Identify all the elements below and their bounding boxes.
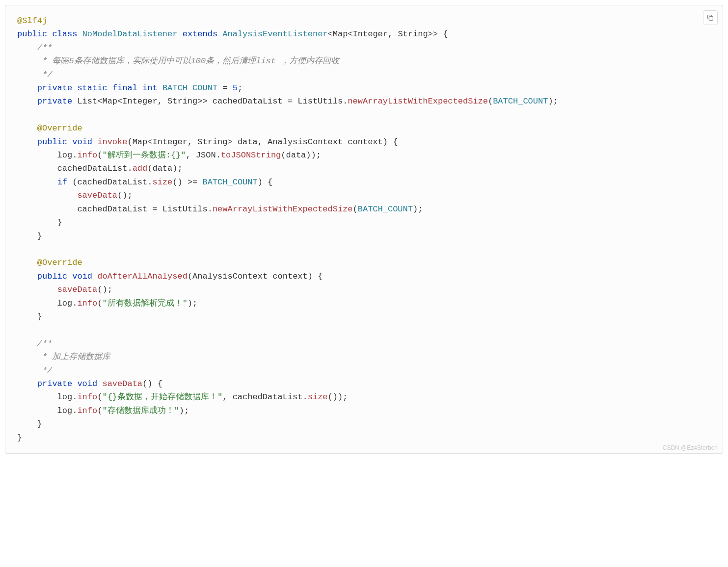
- code-token: (data);: [147, 164, 182, 173]
- code-token: /**: [17, 43, 52, 52]
- code-token: (: [353, 205, 358, 214]
- code-token: [17, 285, 57, 294]
- code-token: if: [57, 178, 67, 187]
- code-token: info: [77, 406, 97, 415]
- code-token: , cachedDataList.: [222, 392, 307, 402]
- code-token: newArrayListWithExpectedSize: [348, 97, 488, 106]
- code-token: final: [112, 83, 137, 93]
- code-token: log.: [17, 406, 77, 415]
- code-token: info: [77, 392, 97, 402]
- code-token: }: [17, 433, 22, 442]
- code-token: public: [17, 272, 67, 281]
- code-token: ());: [328, 392, 348, 402]
- code-token: static: [77, 83, 107, 93]
- code-token: add: [133, 164, 148, 173]
- code-token: * 每隔5条存储数据库，实际使用中可以100条，然后清理list ，方便内存回收: [17, 56, 339, 66]
- code-token: () >=: [172, 178, 202, 187]
- code-token: (: [97, 406, 102, 415]
- code-token: * 加上存储数据库: [17, 352, 110, 361]
- code-token: public: [17, 137, 67, 147]
- code-token: extends: [183, 29, 217, 39]
- code-token: (: [97, 392, 102, 402]
- code-token: log.: [17, 392, 77, 402]
- code-token: }: [17, 218, 62, 227]
- code-token: <Map<Integer, String>> {: [328, 29, 448, 39]
- code-token: @Override: [17, 124, 82, 133]
- code-token: newArrayListWithExpectedSize: [213, 205, 353, 214]
- code-token: @Slf4j: [17, 16, 47, 26]
- code-token: cachedDataList = ListUtils.: [17, 205, 213, 214]
- code-token: "解析到一条数据:{}": [102, 151, 186, 160]
- code-token: "{}条数据，开始存储数据库！": [102, 392, 222, 402]
- code-token: (data));: [281, 151, 321, 160]
- code-token: doAfterAllAnalysed: [97, 272, 188, 281]
- code-token: size: [308, 392, 328, 402]
- code-token: void: [72, 272, 92, 281]
- code-token: }: [17, 312, 42, 321]
- code-token: BATCH_COUNT: [358, 205, 413, 214]
- code-token: , JSON.: [186, 151, 220, 160]
- code-token: int: [142, 83, 158, 93]
- code-token: toJSONString: [221, 151, 281, 160]
- code-token: cachedDataList.: [17, 164, 133, 173]
- code-token: (cachedDataList.: [67, 178, 152, 187]
- code-token: ();: [117, 191, 133, 200]
- code-token: /**: [17, 339, 52, 348]
- code-token: );: [188, 299, 197, 308]
- code-token: );: [413, 205, 423, 214]
- code-token: private: [17, 83, 72, 93]
- code-token: "存储数据库成功！": [102, 406, 179, 415]
- code-token: List<Map<Integer, String>> cachedDataLis…: [72, 97, 348, 106]
- code-token: size: [152, 178, 172, 187]
- watermark: CSDN @Ez4Sterben: [663, 444, 718, 451]
- code-token: info: [77, 151, 97, 160]
- code-block: @Slf4j public class NoModelDataListener …: [5, 5, 723, 454]
- code-token: "所有数据解析完成！": [102, 299, 187, 308]
- code-token: (: [488, 97, 493, 106]
- code-token: ;: [238, 83, 243, 93]
- code-token: class: [52, 29, 77, 39]
- code-token: }: [17, 419, 42, 429]
- code-token: void: [72, 137, 92, 147]
- code-token: [17, 178, 57, 187]
- copy-button[interactable]: [703, 10, 718, 25]
- code-token: AnalysisEventListener: [222, 29, 327, 39]
- code-token: log.: [17, 151, 77, 160]
- code-token: );: [548, 97, 558, 106]
- code-token: BATCH_COUNT: [493, 97, 548, 106]
- code-token: (AnalysisContext context) {: [188, 272, 323, 281]
- code-token: () {: [142, 379, 162, 388]
- code-token: log.: [17, 299, 77, 308]
- code-token: saveData: [102, 379, 142, 388]
- code-token: );: [179, 406, 189, 415]
- svg-rect-0: [709, 16, 713, 20]
- code-token: (: [97, 299, 102, 308]
- code-content: @Slf4j public class NoModelDataListener …: [17, 14, 711, 444]
- code-token: ) {: [258, 178, 273, 187]
- code-token: public: [17, 29, 47, 39]
- code-token: */: [17, 366, 52, 375]
- code-token: info: [77, 299, 97, 308]
- copy-icon: [706, 14, 714, 22]
- code-token: saveData: [57, 285, 98, 294]
- code-token: }: [17, 232, 42, 241]
- code-token: */: [17, 70, 52, 79]
- code-token: invoke: [97, 137, 127, 147]
- code-token: [17, 191, 77, 200]
- code-token: =: [217, 83, 233, 93]
- code-token: NoModelDataListener: [82, 29, 178, 39]
- code-token: ();: [97, 285, 112, 294]
- code-token: private: [17, 97, 72, 106]
- code-token: BATCH_COUNT: [162, 83, 217, 93]
- code-token: (Map<Integer, String> data, AnalysisCont…: [127, 137, 398, 147]
- code-token: void: [77, 379, 97, 388]
- code-token: private: [17, 379, 72, 388]
- code-token: @Override: [17, 258, 82, 267]
- code-token: 5: [233, 83, 238, 93]
- code-token: saveData: [77, 191, 117, 200]
- code-token: (: [97, 151, 102, 160]
- code-token: BATCH_COUNT: [203, 178, 258, 187]
